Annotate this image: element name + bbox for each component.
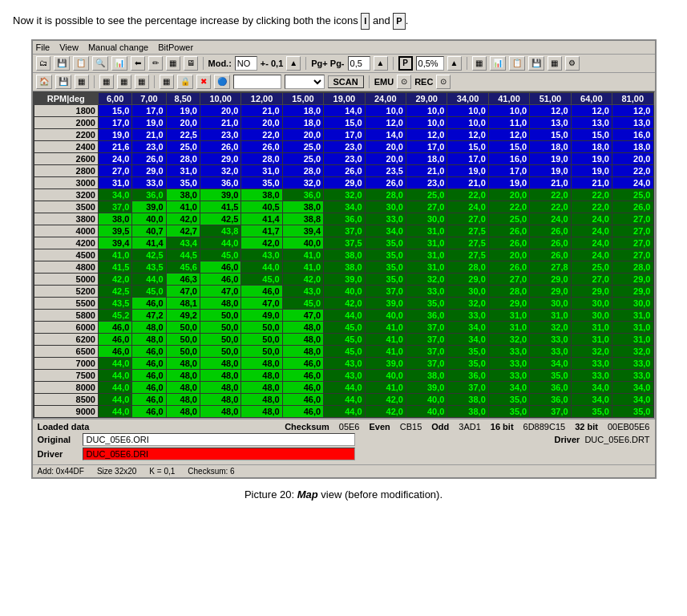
data-cell[interactable]: 15,0 (571, 128, 612, 140)
data-cell[interactable]: 19,0 (571, 152, 612, 164)
toolbar-btn-13[interactable]: 💾 (528, 56, 544, 71)
data-cell[interactable]: 23,0 (324, 152, 365, 164)
data-cell[interactable]: 19,0 (530, 152, 571, 164)
data-cell[interactable]: 50,0 (241, 345, 282, 357)
data-cell[interactable]: 37,0 (406, 333, 447, 345)
data-cell[interactable]: 44,0 (99, 369, 132, 381)
data-cell[interactable]: 32,0 (324, 188, 365, 201)
data-cell[interactable]: 26,0 (365, 176, 406, 188)
data-cell[interactable]: 14,0 (365, 128, 406, 140)
data-cell[interactable]: 37,0 (406, 345, 447, 357)
data-cell[interactable]: 46,0 (99, 321, 132, 333)
data-cell[interactable]: 39,0 (324, 273, 365, 285)
data-cell[interactable]: 45,0 (132, 285, 166, 297)
data-cell[interactable]: 31,0 (166, 164, 200, 176)
data-cell[interactable]: 46,0 (132, 393, 166, 405)
data-cell[interactable]: 48,0 (166, 405, 200, 417)
data-cell[interactable]: 32,0 (488, 333, 529, 345)
data-cell[interactable]: 30,0 (365, 201, 406, 213)
data-cell[interactable]: 21,0 (530, 176, 571, 188)
data-cell[interactable]: 18,0 (612, 140, 654, 152)
data-cell[interactable]: 40,0 (365, 309, 406, 321)
data-cell[interactable]: 48,0 (166, 393, 200, 405)
data-cell[interactable]: 26,0 (132, 152, 166, 164)
data-cell[interactable]: 36,0 (406, 309, 447, 321)
toolbar2-btn-1[interactable]: 🏠 (36, 75, 52, 89)
data-cell[interactable]: 17,0 (324, 128, 365, 140)
data-cell[interactable]: 50,0 (200, 309, 240, 321)
data-cell[interactable]: 33,0 (365, 213, 406, 225)
data-cell[interactable]: 33,0 (530, 345, 571, 357)
data-cell[interactable]: 10,0 (406, 104, 447, 116)
data-cell[interactable]: 27,0 (406, 201, 447, 213)
data-cell[interactable]: 40,7 (132, 225, 166, 237)
data-cell[interactable]: 37,0 (99, 201, 132, 213)
data-cell[interactable]: 46,0 (200, 273, 240, 285)
toolbar-btn-3[interactable]: 📋 (73, 56, 89, 71)
data-cell[interactable]: 24,0 (612, 176, 654, 188)
data-cell[interactable]: 33,0 (571, 369, 612, 381)
data-cell[interactable]: 48,0 (132, 333, 166, 345)
toolbar2-btn-8[interactable]: 🔒 (177, 75, 193, 89)
data-cell[interactable]: 31,0 (406, 261, 447, 273)
data-cell[interactable]: 15,0 (530, 128, 571, 140)
data-cell[interactable]: 32,0 (447, 297, 488, 309)
data-cell[interactable]: 35,0 (612, 405, 654, 417)
data-cell[interactable]: 38,8 (282, 213, 323, 225)
toolbar2-btn-6[interactable]: ▦ (135, 75, 149, 89)
data-cell[interactable]: 37,0 (324, 225, 365, 237)
data-cell[interactable]: 35,0 (488, 393, 529, 405)
data-cell[interactable]: 43,0 (282, 285, 323, 297)
data-cell[interactable]: 32,0 (571, 345, 612, 357)
data-cell[interactable]: 44,0 (324, 381, 365, 393)
toolbar2-btn-4[interactable]: ▦ (99, 75, 114, 89)
data-cell[interactable]: 21,0 (132, 128, 166, 140)
data-cell[interactable]: 25,0 (166, 140, 200, 152)
step-up-btn3[interactable]: ▲ (447, 56, 462, 71)
data-cell[interactable]: 24,0 (571, 213, 612, 225)
data-cell[interactable]: 38,0 (406, 369, 447, 381)
data-cell[interactable]: 34,0 (447, 333, 488, 345)
data-cell[interactable]: 34,0 (530, 357, 571, 369)
menu-view[interactable]: View (59, 43, 79, 52)
data-cell[interactable]: 19,0 (99, 128, 132, 140)
data-cell[interactable]: 24,0 (571, 237, 612, 249)
data-cell[interactable]: 44,0 (241, 261, 282, 273)
data-cell[interactable]: 30,0 (530, 297, 571, 309)
data-cell[interactable]: 44,0 (324, 405, 365, 417)
data-cell[interactable]: 42,0 (166, 213, 200, 225)
data-cell[interactable]: 50,0 (200, 333, 240, 345)
data-cell[interactable]: 18,0 (282, 116, 323, 128)
data-cell[interactable]: 48,0 (200, 381, 240, 393)
data-cell[interactable]: 33,0 (612, 369, 654, 381)
menu-file[interactable]: File (36, 43, 51, 52)
data-cell[interactable]: 10,0 (365, 104, 406, 116)
data-cell[interactable]: 41,4 (241, 213, 282, 225)
toolbar2-btn-3[interactable]: ▦ (75, 75, 89, 89)
data-cell[interactable]: 26,0 (530, 237, 571, 249)
data-cell[interactable]: 25,0 (282, 140, 323, 152)
data-cell[interactable]: 35,0 (571, 405, 612, 417)
data-cell[interactable]: 20,0 (200, 104, 240, 116)
data-cell[interactable]: 32,0 (200, 164, 240, 176)
data-cell[interactable]: 23,0 (324, 140, 365, 152)
data-cell[interactable]: 46,0 (99, 345, 132, 357)
data-cell[interactable]: 27,0 (99, 164, 132, 176)
data-cell[interactable]: 19,0 (132, 116, 166, 128)
data-cell[interactable]: 32,0 (530, 321, 571, 333)
data-cell[interactable]: 44,0 (132, 273, 166, 285)
data-cell[interactable]: 33,0 (406, 285, 447, 297)
toolbar-btn-1[interactable]: 🗂 (36, 56, 51, 71)
data-cell[interactable]: 30,0 (571, 309, 612, 321)
percent-input[interactable] (416, 56, 444, 71)
data-cell[interactable]: 41,5 (200, 201, 240, 213)
data-cell[interactable]: 46,0 (132, 405, 166, 417)
data-cell[interactable]: 48,0 (241, 369, 282, 381)
data-cell[interactable]: 33,0 (571, 357, 612, 369)
data-cell[interactable]: 41,0 (365, 345, 406, 357)
data-cell[interactable]: 37,5 (324, 237, 365, 249)
data-cell[interactable]: 45,0 (324, 333, 365, 345)
data-cell[interactable]: 39,0 (365, 357, 406, 369)
data-cell[interactable]: 46,0 (282, 381, 323, 393)
data-cell[interactable]: 43,8 (200, 225, 240, 237)
